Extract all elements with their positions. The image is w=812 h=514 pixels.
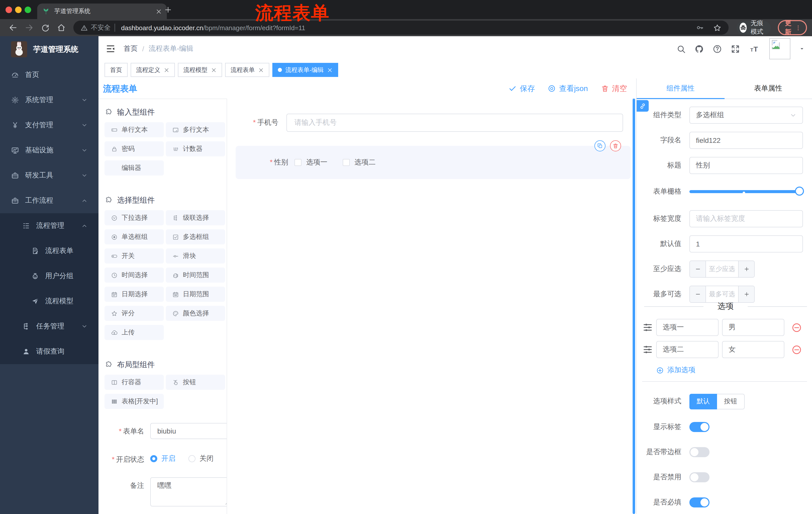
add-option-button[interactable]: 添加选项	[656, 365, 695, 375]
inspector-tab-1[interactable]: 表单属性	[724, 78, 812, 99]
back-button[interactable]	[8, 23, 18, 32]
gender-option-选项一[interactable]: 选项一	[295, 158, 327, 167]
palette-item-行容器[interactable]: 行容器	[105, 375, 164, 390]
address-bar[interactable]: 不安全 dashboard.yudao.iocoder.cn/bpm/manag…	[74, 21, 729, 35]
label-width-input[interactable]: 请输入标签宽度	[689, 210, 803, 227]
option-style-按钮[interactable]: 按钮	[717, 394, 745, 409]
sidebar-item-3[interactable]: 基础设施	[0, 138, 98, 163]
link-tag-button[interactable]	[637, 100, 649, 112]
remove-option-button[interactable]	[791, 322, 802, 333]
inspector-tab-0[interactable]: 组件属性	[637, 78, 724, 99]
window-zoom-button[interactable]	[25, 6, 31, 13]
palette-item-单行文本[interactable]: 单行文本	[105, 122, 164, 137]
close-icon[interactable]	[327, 67, 332, 73]
tag-chip-0[interactable]: 首页	[105, 63, 127, 77]
phone-input[interactable]: 请输入手机号	[286, 114, 623, 132]
sidebar-collapse-icon[interactable]	[106, 44, 116, 54]
close-icon[interactable]	[211, 67, 216, 73]
sidebar-item-11[interactable]: 请假查询	[0, 339, 98, 364]
update-button[interactable]: 更新	[778, 20, 807, 35]
window-minimize-button[interactable]	[15, 6, 22, 13]
form-name-input[interactable]: biubiu	[150, 423, 227, 439]
close-icon[interactable]	[258, 67, 264, 73]
tag-chip-3[interactable]: 流程表单	[225, 63, 269, 77]
option-value-input[interactable]: 男	[722, 319, 784, 336]
component-type-select[interactable]: 多选框组	[689, 107, 803, 124]
canvas-field-phone[interactable]: *手机号 请输入手机号	[227, 114, 623, 132]
toggle-是否带边框[interactable]	[689, 447, 709, 457]
palette-item-多行文本[interactable]: 多行文本	[166, 122, 225, 137]
palette-item-级联选择[interactable]: 级联选择	[166, 210, 225, 225]
palette-item-开关[interactable]: 开关	[105, 248, 164, 264]
increase-button[interactable]	[738, 261, 754, 277]
password-key-icon[interactable]	[696, 24, 704, 32]
sidebar-item-9[interactable]: 流程模型	[0, 289, 98, 314]
new-tab-button[interactable]	[164, 5, 172, 14]
sidebar-item-1[interactable]: 系统管理	[0, 87, 98, 113]
sidebar-item-0[interactable]: 首页	[0, 62, 98, 87]
option-label-input[interactable]: 选项二	[656, 341, 719, 358]
clear-button[interactable]: 清空	[601, 84, 627, 93]
default-value-input[interactable]: 1	[689, 235, 803, 252]
help-icon[interactable]	[713, 44, 722, 54]
forward-button[interactable]	[25, 23, 34, 32]
remove-option-button[interactable]	[791, 344, 802, 355]
browser-tab[interactable]: 芋道管理系统	[37, 3, 167, 19]
remark-textarea[interactable]: 嘿嘿	[150, 477, 227, 507]
palette-item-滑块[interactable]: 滑块	[166, 248, 225, 264]
browser-menu-icon[interactable]	[795, 24, 802, 31]
drag-handle-icon[interactable]	[642, 344, 653, 355]
home-button[interactable]	[57, 23, 66, 32]
palette-item-下拉选择[interactable]: 下拉选择	[105, 210, 164, 225]
sidebar-item-7[interactable]: 流程表单	[0, 238, 98, 264]
canvas-scrollbar[interactable]	[633, 99, 635, 514]
palette-item-按钮[interactable]: 按钮	[166, 375, 225, 390]
bookmark-star-icon[interactable]	[713, 23, 722, 32]
sidebar-item-10[interactable]: 任务管理	[0, 314, 98, 339]
min-select-input[interactable]: 至少应选	[705, 261, 738, 277]
palette-item-计数器[interactable]: 123计数器	[166, 141, 225, 156]
toggle-是否禁用[interactable]	[689, 472, 709, 482]
github-icon[interactable]	[694, 44, 704, 54]
sidebar-item-5[interactable]: 工作流程	[0, 188, 98, 213]
slider-handle[interactable]	[795, 187, 804, 196]
status-radio-开启[interactable]: 开启	[150, 454, 175, 463]
palette-item-表格[开发中][interactable]: 表格[开发中]	[105, 394, 164, 409]
form-grid-slider[interactable]	[689, 183, 803, 200]
checkbox[interactable]	[295, 159, 302, 166]
toggle-是否必填[interactable]	[689, 497, 709, 508]
breadcrumb-home[interactable]: 首页	[124, 44, 138, 53]
drag-handle-icon[interactable]	[642, 322, 653, 333]
close-icon[interactable]	[164, 67, 169, 73]
palette-item-编辑器[interactable]: 编辑器	[105, 160, 164, 175]
increase-button[interactable]	[738, 286, 754, 302]
option-label-input[interactable]: 选项一	[656, 319, 719, 336]
gender-option-选项二[interactable]: 选项二	[343, 158, 376, 167]
palette-item-时间范围[interactable]: 时间范围	[166, 268, 225, 283]
field-name-input[interactable]: field122	[689, 132, 803, 149]
max-select-input[interactable]: 最多可选	[705, 286, 738, 302]
save-button[interactable]: 保存	[509, 84, 535, 93]
title-input[interactable]: 性别	[689, 157, 803, 174]
palette-item-日期范围[interactable]: 日期范围	[166, 287, 225, 302]
view-json-button[interactable]: 查看json	[548, 84, 588, 93]
palette-item-单选框组[interactable]: 单选框组	[105, 229, 164, 244]
palette-item-颜色选择[interactable]: 颜色选择	[166, 306, 225, 321]
avatar[interactable]	[769, 38, 790, 59]
sidebar-logo-row[interactable]: 芋道管理系统	[0, 36, 98, 62]
reload-button[interactable]	[41, 23, 50, 32]
window-close-button[interactable]	[5, 6, 12, 13]
sidebar-item-4[interactable]: 研发工具	[0, 163, 98, 188]
option-style-默认[interactable]: 默认	[689, 394, 717, 409]
tag-chip-1[interactable]: 流程定义	[130, 63, 175, 77]
palette-item-评分[interactable]: 评分	[105, 306, 164, 321]
tab-close-icon[interactable]	[156, 8, 162, 14]
form-canvas[interactable]: *手机号 请输入手机号 *性别 选项一选项二	[227, 99, 632, 514]
tag-chip-4[interactable]: 流程表单-编辑	[272, 63, 338, 77]
decrease-button[interactable]	[690, 286, 705, 302]
font-size-icon[interactable]: TT	[749, 44, 761, 54]
palette-item-多选框组[interactable]: 多选框组	[166, 229, 225, 244]
palette-item-时间选择[interactable]: 时间选择	[105, 268, 164, 283]
sidebar-item-8[interactable]: 用户分组	[0, 264, 98, 289]
status-radio-关闭[interactable]: 关闭	[188, 454, 213, 463]
